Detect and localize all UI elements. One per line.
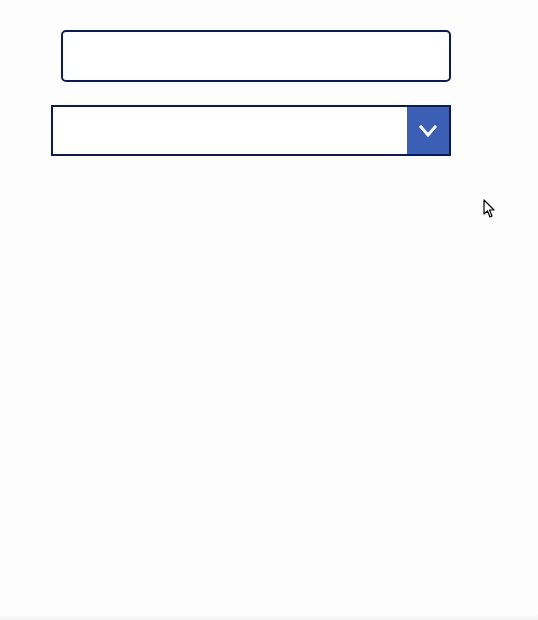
bottom-shadow xyxy=(0,614,538,620)
chevron-down-icon xyxy=(416,119,440,143)
mouse-cursor-icon xyxy=(483,199,497,219)
text-input[interactable] xyxy=(61,30,451,82)
dropdown[interactable] xyxy=(51,105,451,156)
dropdown-selected-value xyxy=(53,107,407,154)
dropdown-toggle-button[interactable] xyxy=(407,107,449,154)
